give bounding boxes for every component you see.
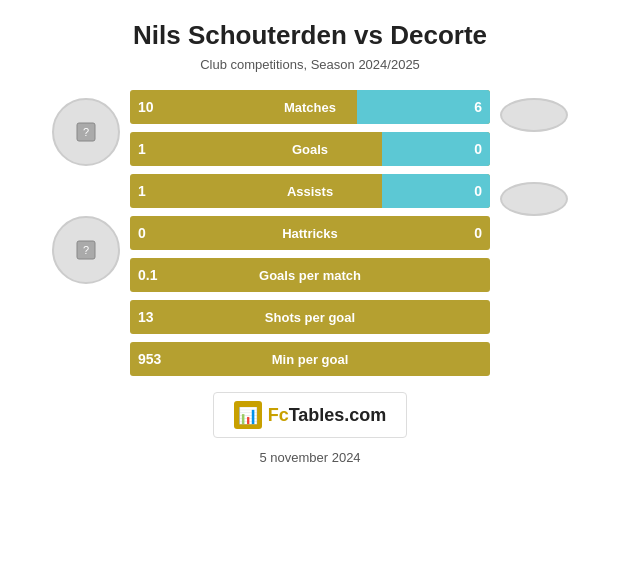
stat-label-2: Assists (162, 184, 458, 199)
stat-row-3: 0 Hattricks 0 (130, 216, 490, 250)
page-title: Nils Schouterden vs Decorte (133, 20, 487, 51)
logo-section: 📊 FcTables.com (213, 392, 408, 438)
stat-left-3: 0 (130, 225, 162, 241)
stat-label-1: Goals (162, 142, 458, 157)
avatar-left-top: ? (52, 98, 120, 166)
logo-text: FcTables.com (268, 405, 387, 426)
stat-left-4: 0.1 (130, 267, 162, 283)
avatar-right-bottom (500, 182, 568, 216)
stat-label-6: Min per goal (162, 352, 458, 367)
bars-section: 10 Matches 6 1 Goals 0 1 Assists 0 0 Hat… (130, 90, 490, 376)
svg-text:?: ? (83, 244, 89, 256)
stat-left-2: 1 (130, 183, 162, 199)
page-subtitle: Club competitions, Season 2024/2025 (200, 57, 420, 72)
stat-left-6: 953 (130, 351, 162, 367)
avatars-left: ? ? (52, 90, 120, 284)
stat-right-1: 0 (458, 141, 490, 157)
stat-left-5: 13 (130, 309, 162, 325)
svg-text:?: ? (83, 126, 89, 138)
avatar-right-top (500, 98, 568, 132)
stat-row-5: 13 Shots per goal (130, 300, 490, 334)
svg-text:📊: 📊 (238, 406, 258, 425)
stat-row-4: 0.1 Goals per match (130, 258, 490, 292)
stat-right-3: 0 (458, 225, 490, 241)
avatars-right (500, 90, 568, 216)
stat-row-6: 953 Min per goal (130, 342, 490, 376)
avatar-left-bottom: ? (52, 216, 120, 284)
stat-label-5: Shots per goal (162, 310, 458, 325)
logo-icon: 📊 (234, 401, 262, 429)
stat-label-3: Hattricks (162, 226, 458, 241)
stat-row-2: 1 Assists 0 (130, 174, 490, 208)
stat-label-0: Matches (162, 100, 458, 115)
stat-right-0: 6 (458, 99, 490, 115)
comparison-area: ? ? 10 Matches 6 1 Goals 0 1 Assists (10, 90, 610, 376)
stat-row-0: 10 Matches 6 (130, 90, 490, 124)
stat-row-1: 1 Goals 0 (130, 132, 490, 166)
stat-right-2: 0 (458, 183, 490, 199)
stat-label-4: Goals per match (162, 268, 458, 283)
stat-left-1: 1 (130, 141, 162, 157)
stat-left-0: 10 (130, 99, 162, 115)
page-container: Nils Schouterden vs Decorte Club competi… (0, 0, 620, 580)
date-text: 5 november 2024 (259, 450, 360, 465)
